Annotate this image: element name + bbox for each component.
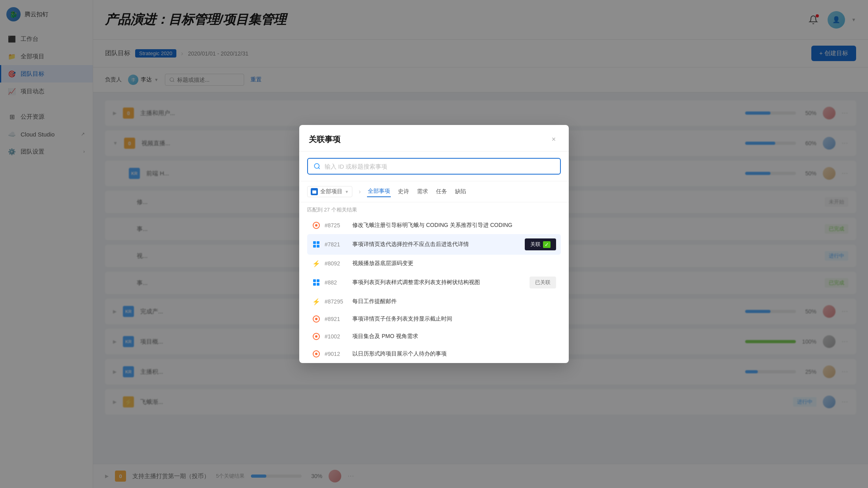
result-item-7821[interactable]: #7821 事项详情页迭代选择控件不应点击后进迭代详情 关联 ✓ (307, 234, 561, 255)
tab-epic[interactable]: 史诗 (397, 186, 410, 197)
result-id-8921: #8921 (325, 316, 348, 322)
results-count: 匹配到 27 个相关结果 (307, 206, 561, 213)
modal-results: 匹配到 27 个相关结果 #8725 修改飞蛾注册引导标明飞蛾与 CODING … (299, 202, 569, 363)
modal-overlay: 关联事项 × 全部项目 ▼ (0, 0, 868, 488)
modal-search-box (307, 158, 561, 175)
relate-check-icon: ✓ (543, 241, 551, 248)
result-id-882: #882 (325, 279, 348, 286)
result-icon-8092: ⚡ (312, 259, 321, 268)
result-id-1002: #1002 (325, 333, 348, 340)
result-text-8092: 视频播放器底层源码变更 (352, 260, 556, 267)
relate-button-7821[interactable]: 关联 ✓ (525, 238, 556, 250)
result-icon-882 (312, 278, 321, 287)
lightning-icon-87295: ⚡ (312, 298, 320, 305)
result-text-882: 事项列表页列表样式调整需求列表支持树状结构视图 (352, 279, 526, 286)
lightning-icon-8092: ⚡ (312, 260, 320, 267)
project-selector-label: 全部项目 (320, 188, 342, 195)
result-text-1002: 项目集合及 PMO 视角需求 (352, 333, 556, 340)
relate-label: 关联 (530, 241, 541, 248)
load-more-button[interactable]: ⌄ 加载更多搜索结果 (307, 363, 561, 363)
result-id-7821: #7821 (325, 241, 348, 248)
tab-all-issues[interactable]: 全部事项 (367, 186, 391, 197)
modal-title: 关联事项 (309, 134, 340, 145)
result-text-8725: 修改飞蛾注册引导标明飞蛾与 CODING 关系推荐引导进 CODING (352, 222, 556, 229)
grid-icon-882 (313, 279, 319, 286)
result-icon-87295: ⚡ (312, 297, 321, 306)
result-icon-9012 (312, 350, 321, 358)
result-icon-8921 (312, 315, 321, 323)
filter-separator: › (359, 188, 361, 195)
project-selector[interactable]: 全部项目 ▼ (307, 186, 352, 197)
result-item-8725[interactable]: #8725 修改飞蛾注册引导标明飞蛾与 CODING 关系推荐引导进 CODIN… (307, 217, 561, 234)
modal-search-section (299, 152, 569, 181)
result-item-9012[interactable]: #9012 以日历形式跨项目展示个人待办的事项 (307, 345, 561, 363)
result-icon-8725 (312, 221, 321, 230)
svg-point-2 (314, 163, 319, 168)
already-related-button-882[interactable]: 已关联 (530, 277, 556, 288)
result-actions-7821: 关联 ✓ (525, 238, 556, 250)
result-item-87295[interactable]: ⚡ #87295 每日工作提醒邮件 (307, 293, 561, 310)
result-text-87295: 每日工作提醒邮件 (352, 298, 556, 305)
tab-task[interactable]: 任务 (435, 186, 448, 197)
modal-filter-section: 全部项目 ▼ › 全部事项 史诗 需求 任务 缺陷 (299, 181, 569, 202)
grid-icon-7821 (313, 241, 319, 248)
result-id-8725: #8725 (325, 222, 348, 229)
result-id-9012: #9012 (325, 351, 348, 357)
result-text-8921: 事项详情页子任务列表支持显示截止时间 (352, 315, 556, 323)
modal-search-icon (314, 163, 321, 170)
result-id-8092: #8092 (325, 260, 348, 267)
result-item-8921[interactable]: #8921 事项详情页子任务列表支持显示截止时间 (307, 310, 561, 328)
result-id-87295: #87295 (325, 298, 348, 305)
pin-icon-1002 (313, 333, 320, 340)
chevron-down-icon-project: ▼ (345, 190, 349, 194)
result-actions-882: 已关联 (530, 277, 556, 288)
svg-line-3 (318, 167, 319, 169)
tab-bug[interactable]: 缺陷 (454, 186, 467, 197)
modal-search-input[interactable] (325, 163, 554, 170)
result-text-7821: 事项详情页迭代选择控件不应点击后进迭代详情 (352, 241, 521, 248)
result-text-9012: 以日历形式跨项目展示个人待办的事项 (352, 350, 556, 357)
pin-icon-8725 (313, 222, 320, 229)
project-icon (311, 188, 318, 195)
pin-icon-9012 (313, 350, 320, 357)
result-icon-7821 (312, 240, 321, 249)
modal-header: 关联事项 × (299, 125, 569, 152)
pin-icon-8921 (313, 315, 320, 323)
result-item-1002[interactable]: #1002 项目集合及 PMO 视角需求 (307, 328, 561, 345)
result-icon-1002 (312, 332, 321, 341)
result-item-8092[interactable]: ⚡ #8092 视频播放器底层源码变更 (307, 255, 561, 272)
result-item-882[interactable]: #882 事项列表页列表样式调整需求列表支持树状结构视图 已关联 (307, 272, 561, 293)
folder-small-icon (312, 190, 316, 194)
tab-requirement[interactable]: 需求 (416, 186, 429, 197)
modal-close-button[interactable]: × (548, 134, 559, 145)
relate-modal: 关联事项 × 全部项目 ▼ (299, 125, 569, 363)
